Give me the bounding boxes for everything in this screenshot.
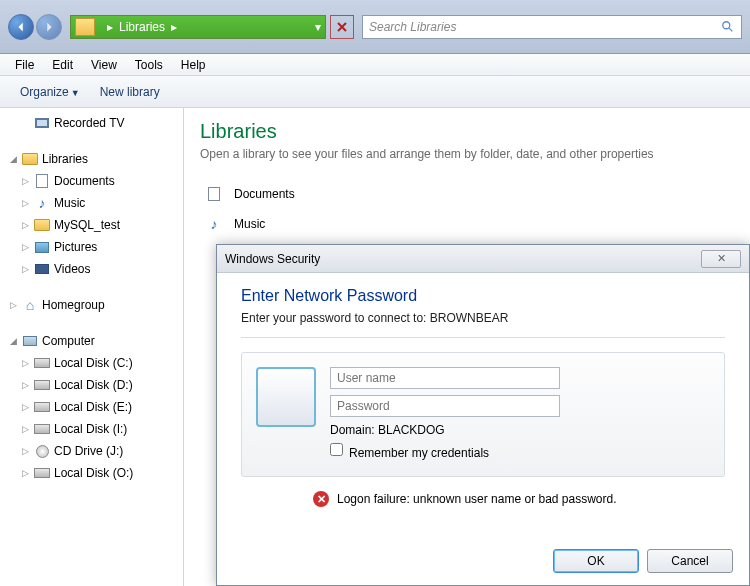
folder-icon <box>34 219 50 231</box>
dialog-heading: Enter Network Password <box>241 287 725 305</box>
password-field[interactable] <box>330 395 560 417</box>
navigation-pane: Recorded TV ◢Libraries ▷Documents ▷♪Musi… <box>0 108 184 586</box>
music-icon: ♪ <box>200 213 228 235</box>
collapse-icon[interactable]: ◢ <box>8 150 18 168</box>
breadcrumb-label[interactable]: Libraries <box>119 20 165 34</box>
sidebar-item-drive-c[interactable]: ▷Local Disk (C:) <box>0 352 183 374</box>
tv-icon <box>35 118 49 128</box>
music-icon: ♪ <box>34 195 50 211</box>
cancel-button[interactable]: Cancel <box>647 549 733 573</box>
videos-icon <box>35 264 49 274</box>
libraries-icon <box>22 153 38 165</box>
chevron-right-icon: ▸ <box>171 20 177 34</box>
sidebar-item-videos[interactable]: ▷Videos <box>0 258 183 280</box>
disk-icon <box>34 380 50 390</box>
disk-icon <box>34 358 50 368</box>
error-message: ✕ Logon failure: unknown user name or ba… <box>241 491 725 507</box>
credential-dialog: Windows Security ✕ Enter Network Passwor… <box>216 244 750 586</box>
username-field[interactable] <box>330 367 560 389</box>
dialog-title: Windows Security <box>225 252 320 266</box>
dialog-titlebar[interactable]: Windows Security ✕ <box>217 245 749 273</box>
menu-edit[interactable]: Edit <box>43 55 82 75</box>
sidebar-item-documents[interactable]: ▷Documents <box>0 170 183 192</box>
disk-icon <box>34 402 50 412</box>
sidebar-item-music[interactable]: ▷♪Music <box>0 192 183 214</box>
disk-icon <box>34 468 50 478</box>
expand-icon[interactable]: ▷ <box>20 376 30 394</box>
close-icon[interactable] <box>330 15 354 39</box>
ok-button[interactable]: OK <box>553 549 639 573</box>
sidebar-item-computer[interactable]: ◢Computer <box>0 330 183 352</box>
forward-button[interactable] <box>36 14 62 40</box>
documents-icon <box>36 174 48 188</box>
library-item-documents[interactable]: Documents <box>200 179 734 209</box>
expand-icon[interactable]: ▷ <box>20 398 30 416</box>
new-library-button[interactable]: New library <box>90 81 170 103</box>
sidebar-item-recorded-tv[interactable]: Recorded TV <box>0 112 183 134</box>
folder-icon <box>75 18 95 36</box>
expand-icon[interactable]: ▷ <box>20 464 30 482</box>
address-bar: ▸ Libraries ▸ ▾ Search Libraries <box>0 0 750 54</box>
computer-icon <box>23 336 37 346</box>
expand-icon[interactable]: ▷ <box>20 442 30 460</box>
chevron-right-icon: ▸ <box>107 20 113 34</box>
pictures-icon <box>35 242 49 253</box>
chevron-down-icon: ▼ <box>71 88 80 98</box>
remember-checkbox-input[interactable] <box>330 443 343 456</box>
sidebar-item-drive-o[interactable]: ▷Local Disk (O:) <box>0 462 183 484</box>
cd-icon <box>36 445 49 458</box>
expand-icon[interactable]: ▷ <box>20 420 30 438</box>
menu-bar: File Edit View Tools Help <box>0 54 750 76</box>
divider <box>241 337 725 338</box>
menu-tools[interactable]: Tools <box>126 55 172 75</box>
page-subtitle: Open a library to see your files and arr… <box>200 147 734 161</box>
sidebar-item-homegroup[interactable]: ▷⌂Homegroup <box>0 294 183 316</box>
sidebar-item-mysql-test[interactable]: ▷MySQL_test <box>0 214 183 236</box>
close-button[interactable]: ✕ <box>701 250 741 268</box>
back-button[interactable] <box>8 14 34 40</box>
homegroup-icon: ⌂ <box>22 297 38 313</box>
menu-file[interactable]: File <box>6 55 43 75</box>
error-icon: ✕ <box>313 491 329 507</box>
sidebar-item-cd-drive[interactable]: ▷CD Drive (J:) <box>0 440 183 462</box>
expand-icon[interactable]: ▷ <box>20 354 30 372</box>
expand-icon[interactable]: ▷ <box>20 238 30 256</box>
documents-icon <box>208 187 220 201</box>
search-placeholder: Search Libraries <box>369 20 456 34</box>
svg-point-0 <box>723 21 730 28</box>
sidebar-item-drive-i[interactable]: ▷Local Disk (I:) <box>0 418 183 440</box>
expand-icon[interactable]: ▷ <box>20 260 30 278</box>
avatar-icon <box>256 367 316 427</box>
sidebar-item-drive-d[interactable]: ▷Local Disk (D:) <box>0 374 183 396</box>
chevron-down-icon[interactable]: ▾ <box>315 20 321 34</box>
expand-icon[interactable]: ▷ <box>8 296 18 314</box>
domain-label: Domain: BLACKDOG <box>330 423 710 437</box>
breadcrumb[interactable]: ▸ Libraries ▸ ▾ <box>70 15 326 39</box>
collapse-icon[interactable]: ◢ <box>8 332 18 350</box>
page-title: Libraries <box>200 120 734 143</box>
expand-icon[interactable]: ▷ <box>20 216 30 234</box>
credential-tile: Domain: BLACKDOG Remember my credentials <box>241 352 725 477</box>
dialog-subtitle: Enter your password to connect to: BROWN… <box>241 311 725 325</box>
disk-icon <box>34 424 50 434</box>
remember-checkbox[interactable]: Remember my credentials <box>330 443 710 462</box>
expand-icon[interactable]: ▷ <box>20 172 30 190</box>
search-icon <box>721 20 735 34</box>
library-item-music[interactable]: ♪Music <box>200 209 734 239</box>
sidebar-item-pictures[interactable]: ▷Pictures <box>0 236 183 258</box>
sidebar-item-drive-e[interactable]: ▷Local Disk (E:) <box>0 396 183 418</box>
search-input[interactable]: Search Libraries <box>362 15 742 39</box>
menu-view[interactable]: View <box>82 55 126 75</box>
menu-help[interactable]: Help <box>172 55 215 75</box>
toolbar: Organize▼ New library <box>0 76 750 108</box>
organize-button[interactable]: Organize▼ <box>10 81 90 103</box>
sidebar-item-libraries[interactable]: ◢Libraries <box>0 148 183 170</box>
expand-icon[interactable]: ▷ <box>20 194 30 212</box>
